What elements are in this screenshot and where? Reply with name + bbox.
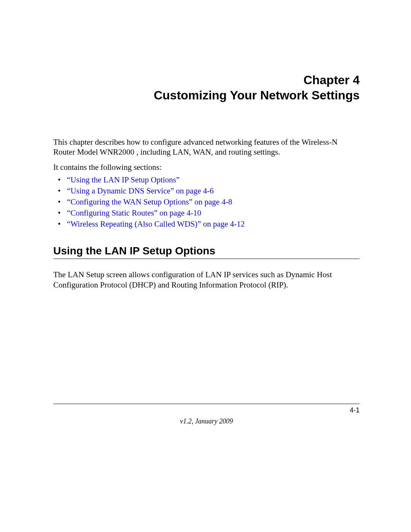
chapter-title: Customizing Your Network Settings <box>53 88 360 103</box>
section-link[interactable]: “Using the LAN IP Setup Options” <box>67 175 180 184</box>
section-link[interactable]: “Wireless Repeating (Also Called WDS)” o… <box>67 219 245 228</box>
section-list-item: “Using the LAN IP Setup Options” <box>53 174 360 185</box>
version-line: v1.2, January 2009 <box>53 417 360 425</box>
section-link[interactable]: “Configuring Static Routes” on page 4-10 <box>67 208 201 217</box>
section-body: The LAN Setup screen allows configuratio… <box>53 270 360 290</box>
section-list-item: “Wireless Repeating (Also Called WDS)” o… <box>53 219 360 230</box>
section-list-item: “Using a Dynamic DNS Service” on page 4-… <box>53 185 360 197</box>
section-list: “Using the LAN IP Setup Options” “Using … <box>53 174 360 230</box>
section-heading: Using the LAN IP Setup Options <box>53 245 360 259</box>
section-link[interactable]: “Configuring the WAN Setup Options” on p… <box>67 197 232 206</box>
page-number: 4-1 <box>53 406 360 414</box>
chapter-number: Chapter 4 <box>53 72 360 88</box>
footer-rule <box>53 404 360 404</box>
page-footer: 4-1 v1.2, January 2009 <box>53 404 360 425</box>
document-page: Chapter 4 Customizing Your Network Setti… <box>0 0 411 532</box>
section-list-item: “Configuring Static Routes” on page 4-10 <box>53 208 360 219</box>
chapter-heading: Chapter 4 Customizing Your Network Setti… <box>53 72 360 103</box>
section-list-item: “Configuring the WAN Setup Options” on p… <box>53 197 360 208</box>
intro-paragraph: This chapter describes how to configure … <box>53 137 360 157</box>
section-link[interactable]: “Using a Dynamic DNS Service” on page 4-… <box>67 186 213 195</box>
section-list-intro: It contains the following sections: <box>53 163 360 172</box>
